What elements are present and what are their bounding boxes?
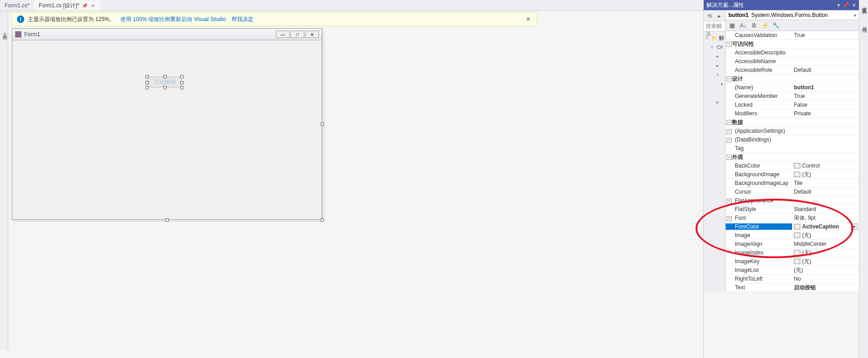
form-window[interactable]: Form1 — □ ✕ 启动按钮 bbox=[12, 28, 322, 220]
alphabetical-icon[interactable]: A↓ bbox=[739, 22, 747, 29]
property-value[interactable]: (无) bbox=[792, 266, 859, 274]
property-row[interactable]: LockedFalse bbox=[726, 101, 859, 109]
property-row[interactable]: FlatStyleStandard bbox=[726, 205, 859, 214]
resize-handle[interactable] bbox=[163, 75, 167, 78]
sol-search[interactable]: 搜索解决 bbox=[704, 22, 725, 32]
tab-form1-cs[interactable]: Form1.cs* bbox=[0, 0, 34, 11]
property-value[interactable]: Default bbox=[792, 189, 859, 195]
expand-icon[interactable]: + bbox=[727, 199, 732, 204]
property-value[interactable]: (无) bbox=[792, 258, 859, 266]
window-menu-icon[interactable]: ▾ bbox=[837, 2, 840, 8]
left-toolbox-tab[interactable]: 工具箱 bbox=[0, 11, 8, 350]
minimize-button[interactable]: — bbox=[276, 31, 290, 38]
close-icon[interactable]: ✕ bbox=[852, 2, 856, 8]
maximize-button[interactable]: □ bbox=[291, 31, 304, 38]
property-grid[interactable]: CausesValidationTrue−可访问性AccessibleDescr… bbox=[726, 31, 859, 292]
right-vert-tab-props[interactable]: 属性 bbox=[859, 21, 868, 49]
property-value[interactable]: 启动按钮 bbox=[792, 284, 859, 292]
property-row[interactable]: RightToLeftNo bbox=[726, 275, 859, 283]
property-row[interactable]: (Name)button1 bbox=[726, 83, 859, 92]
property-row[interactable]: ModifiersPrivate bbox=[726, 109, 859, 118]
property-value[interactable]: Default bbox=[792, 67, 859, 73]
property-row[interactable]: BackColorControl bbox=[726, 162, 859, 170]
property-row[interactable]: Text启动按钮 bbox=[726, 283, 859, 292]
property-row[interactable]: GenerateMemberTrue bbox=[726, 92, 859, 101]
selected-button-control[interactable]: 启动按钮 bbox=[147, 77, 182, 87]
wrench-icon[interactable]: 🔧 bbox=[772, 22, 780, 29]
pin-icon[interactable]: 📌 bbox=[82, 3, 87, 8]
property-row[interactable]: AccessibleDescriptio bbox=[726, 49, 859, 57]
form-resize-handle[interactable] bbox=[321, 218, 324, 222]
close-icon[interactable]: ✕ bbox=[90, 3, 96, 8]
property-row[interactable]: +(DataBindings) bbox=[726, 136, 859, 144]
property-row[interactable]: AccessibleRoleDefault bbox=[726, 66, 859, 75]
resize-handle[interactable] bbox=[180, 81, 183, 84]
resize-handle[interactable] bbox=[146, 86, 149, 89]
categorized-icon[interactable]: ▦ bbox=[728, 22, 736, 29]
property-category[interactable]: −设计 bbox=[726, 75, 859, 83]
property-value[interactable]: False bbox=[792, 102, 859, 108]
more-icon[interactable]: ▸ bbox=[717, 12, 723, 20]
resize-handle[interactable] bbox=[163, 86, 167, 89]
property-value[interactable]: No bbox=[792, 276, 859, 282]
property-category[interactable]: −外观 bbox=[726, 153, 859, 162]
property-value[interactable]: (无) bbox=[792, 171, 859, 179]
resize-handle[interactable] bbox=[146, 75, 149, 78]
form-resize-handle[interactable] bbox=[166, 218, 169, 222]
property-category[interactable]: −数据 bbox=[726, 118, 859, 127]
property-value[interactable]: (无) bbox=[792, 249, 859, 257]
property-row[interactable]: AccessibleName bbox=[726, 57, 859, 66]
expand-icon[interactable]: + bbox=[727, 216, 732, 221]
property-object-selector[interactable]: button1 System.Windows.Forms.Button ▾ bbox=[726, 11, 859, 20]
restart-100-link[interactable]: 使用 100% 缩放比例重新启动 Visual Studio bbox=[120, 16, 226, 23]
property-row[interactable]: CursorDefault bbox=[726, 188, 859, 196]
close-button[interactable]: ✕ bbox=[305, 31, 319, 38]
tab-form1-designer[interactable]: Form1.cs [设计]* 📌 ✕ bbox=[34, 0, 101, 11]
property-row[interactable]: +FlatAppearance bbox=[726, 196, 859, 205]
properties-icon[interactable]: 🗎 bbox=[750, 22, 758, 29]
resize-handle[interactable] bbox=[146, 81, 149, 84]
property-value[interactable]: True bbox=[792, 93, 859, 99]
property-row[interactable]: Tag bbox=[726, 144, 859, 153]
property-row[interactable]: ForeColorActiveCaption▾ bbox=[726, 222, 859, 231]
form-body[interactable]: 启动按钮 bbox=[12, 40, 322, 219]
dropdown-icon[interactable]: ▾ bbox=[851, 223, 857, 230]
home-icon[interactable]: ⟲ bbox=[706, 12, 713, 20]
expand-icon[interactable]: + bbox=[727, 138, 732, 143]
property-value[interactable]: MiddleCenter bbox=[792, 241, 859, 247]
pin-icon[interactable]: 📌 bbox=[843, 2, 849, 8]
form-resize-handle[interactable] bbox=[321, 123, 324, 126]
close-notification-icon[interactable]: × bbox=[524, 15, 532, 23]
events-icon[interactable]: ⚡ bbox=[761, 22, 769, 29]
solution-explorer-header[interactable]: 解决方案...属性 ▾ 📌 ✕ bbox=[704, 0, 859, 10]
property-value[interactable]: ActiveCaption▾ bbox=[792, 223, 859, 230]
property-row[interactable]: CausesValidationTrue bbox=[726, 31, 859, 40]
property-row[interactable]: +(ApplicationSettings) bbox=[726, 127, 859, 136]
form-designer[interactable]: Form1 — □ ✕ 启动按钮 bbox=[12, 28, 322, 220]
property-value[interactable]: (无) bbox=[792, 232, 859, 239]
property-row[interactable]: ImageKey(无) bbox=[726, 257, 859, 266]
property-row[interactable]: +Font宋体, 9pt bbox=[726, 214, 859, 222]
expand-icon[interactable]: + bbox=[727, 129, 732, 134]
property-value[interactable]: Standard bbox=[792, 206, 859, 212]
property-category[interactable]: −可访问性 bbox=[726, 40, 859, 49]
resize-handle[interactable] bbox=[180, 75, 183, 78]
property-value[interactable]: Tile bbox=[792, 180, 859, 186]
property-row[interactable]: ImageAlignMiddleCenter bbox=[726, 240, 859, 249]
property-value[interactable]: Control bbox=[792, 163, 859, 169]
help-decide-link[interactable]: 帮我决定 bbox=[232, 16, 253, 23]
expand-icon[interactable]: − bbox=[727, 42, 732, 47]
property-row[interactable]: ImageIndex(无) bbox=[726, 249, 859, 257]
property-value[interactable]: 宋体, 9pt bbox=[792, 214, 859, 222]
expand-icon[interactable]: − bbox=[727, 155, 732, 160]
property-row[interactable]: BackgroundImage(无) bbox=[726, 170, 859, 179]
property-row[interactable]: ImageList(无) bbox=[726, 266, 859, 275]
property-value[interactable]: button1 bbox=[792, 84, 859, 91]
dropdown-icon[interactable]: ▾ bbox=[854, 13, 856, 18]
expand-icon[interactable]: − bbox=[727, 76, 732, 81]
resize-handle[interactable] bbox=[180, 86, 183, 89]
property-row[interactable]: Image(无) bbox=[726, 231, 859, 240]
right-vert-tab-diag[interactable]: 诊断工具 bbox=[859, 0, 868, 358]
solution-tree[interactable]: ▿📁解 ▿C# ▸ ▸ ▿ ▸ ▸ bbox=[704, 32, 725, 108]
property-value[interactable]: Private bbox=[792, 110, 859, 117]
